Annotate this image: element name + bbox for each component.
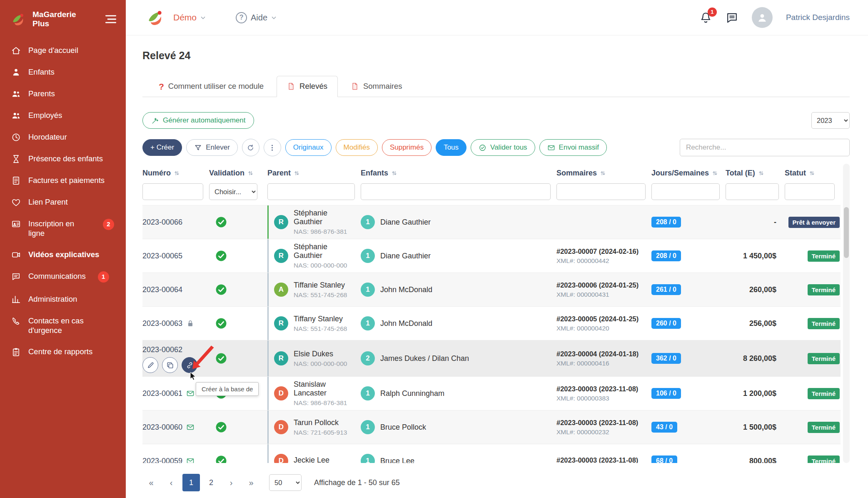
sidebar-item-parents[interactable]: Parents: [0, 83, 126, 105]
status-badge: Terminé: [808, 422, 840, 433]
year-select[interactable]: 2023: [811, 112, 850, 129]
releve-number: 2023-00060: [142, 423, 182, 432]
help-menu[interactable]: ? Aide: [236, 12, 277, 23]
column-header-num-ro[interactable]: Numéro: [142, 164, 209, 183]
table-row[interactable]: 2023-00063 R Tiffany Stanley NAS: 551-74…: [142, 307, 841, 340]
sidebar-item-inscription[interactable]: Inscription en ligne 2: [0, 213, 126, 244]
sidebar-item-enfants[interactable]: Enfants: [0, 61, 126, 83]
sommaire-xml: XML#: 000000431: [556, 291, 648, 298]
sidebar-item-rapports[interactable]: Centre de rapports: [0, 341, 126, 363]
sidebar-item-contacts-urgence[interactable]: Contacts en cas d'urgence: [0, 310, 126, 341]
hourglass-icon: [11, 154, 21, 164]
parent-nas: NAS: 986-876-381: [294, 399, 357, 407]
user-name[interactable]: Patrick Desjardins: [786, 13, 850, 22]
column-header-enfants[interactable]: Enfants: [361, 164, 556, 183]
filter-enfants-input[interactable]: [361, 183, 551, 200]
parent-name: Tiffanie Stanley: [294, 281, 347, 290]
sidebar-item-factures[interactable]: Factures et paiements: [0, 170, 126, 191]
sidebar-item-employes[interactable]: Employés: [0, 105, 126, 126]
table-row[interactable]: 2023-00064 A Tiffanie Stanley NAS: 551-7…: [142, 273, 841, 307]
sidebar-item-presence-enfants[interactable]: Présence des enfants: [0, 148, 126, 170]
scrollbar-thumb[interactable]: [844, 207, 849, 258]
column-header-jours-semaines[interactable]: Jours/Semaines: [651, 164, 726, 183]
parent-name: Stéphanie Gauthier: [294, 209, 357, 226]
avatar[interactable]: [752, 7, 773, 28]
search-input[interactable]: [680, 139, 850, 156]
next-page-button[interactable]: ›: [222, 474, 240, 491]
parent-nas: NAS: 721-605-913: [294, 429, 347, 436]
create-button[interactable]: + Créer: [142, 139, 182, 156]
edit-button[interactable]: [142, 357, 158, 373]
generate-button[interactable]: Générer automatiquement: [142, 112, 254, 129]
mass-send-button[interactable]: Envoi massif: [539, 139, 607, 156]
sommaire-ref: #2023-00003 (2023-11-08): [556, 456, 648, 463]
last-page-button[interactable]: »: [242, 474, 260, 491]
sidebar-item-communications[interactable]: Communications 1: [0, 265, 126, 288]
page-button-2[interactable]: 2: [202, 474, 220, 491]
more-options-button[interactable]: [264, 139, 281, 156]
filter-total-input[interactable]: [726, 183, 779, 200]
messages-button[interactable]: [726, 11, 738, 24]
sommaire-ref: #2023-00003 (2023-11-08): [556, 385, 648, 393]
jours-badge: 260 / 0: [651, 318, 681, 329]
app-logo-icon: [144, 6, 167, 29]
filter-jours-input[interactable]: [651, 183, 720, 200]
sidebar-item-horodateur[interactable]: Horodateur: [0, 126, 126, 148]
filter-validation-select[interactable]: Choisir...: [209, 183, 257, 200]
table-scrollbar[interactable]: [843, 164, 850, 463]
refresh-button[interactable]: [242, 139, 259, 156]
column-header-validation[interactable]: Validation: [209, 164, 267, 183]
filter-sommaires-input[interactable]: [556, 183, 646, 200]
filter-tous-button[interactable]: Tous: [436, 139, 466, 156]
sommaire-ref: #2023-00006 (2024-01-25): [556, 281, 648, 289]
sidebar-item-lien-parent[interactable]: Lien Parent: [0, 191, 126, 213]
table-row[interactable]: 2023-00066 R Stéphanie Gauthier NAS: 986…: [142, 205, 841, 239]
filter-numero-input[interactable]: [142, 183, 203, 200]
filter-statut-input[interactable]: [785, 183, 835, 200]
table-row[interactable]: 2023-00060 D Tarun Pollock NAS: 721-605-…: [142, 410, 841, 444]
first-page-button[interactable]: «: [142, 474, 160, 491]
children-count-avatar: 1: [361, 386, 375, 400]
column-header-total-e[interactable]: Total (E): [726, 164, 785, 183]
sidebar-item-accueil[interactable]: Page d'accueil: [0, 40, 126, 61]
clock-icon: [11, 133, 21, 142]
validated-check-icon: [215, 250, 264, 262]
notifications-button[interactable]: 1: [699, 11, 712, 24]
tab-releves[interactable]: Relevés: [277, 76, 338, 97]
table-row[interactable]: 2023-00059 D Jeckie Lee 1 Bruce Lee #202…: [142, 444, 841, 463]
menu-toggle-icon[interactable]: [103, 13, 118, 26]
column-header-sommaires[interactable]: Sommaires: [556, 164, 651, 183]
table-row[interactable]: 2023-00065 R Stéphanie Gauthier NAS: 000…: [142, 239, 841, 273]
validated-check-icon: [215, 317, 264, 330]
column-header-statut[interactable]: Statut: [785, 164, 841, 183]
column-header-parent[interactable]: Parent: [267, 164, 361, 183]
releve-number: 2023-00062: [142, 345, 182, 354]
prev-page-button[interactable]: ‹: [162, 474, 180, 491]
invoice-icon: [11, 176, 21, 185]
page-size-select[interactable]: 50: [269, 474, 302, 491]
children-count-avatar: 1: [361, 249, 375, 263]
remove-button[interactable]: Enlever: [186, 139, 238, 156]
validate-all-button[interactable]: Valider tous: [471, 139, 535, 156]
tab-sommaires[interactable]: Sommaires: [340, 76, 413, 97]
row-actions: [142, 357, 206, 373]
brand: MaGarderie Plus: [0, 0, 126, 40]
org-switcher[interactable]: Démo: [173, 13, 206, 23]
filter-modifies-button[interactable]: Modifiés: [336, 139, 378, 156]
table-row[interactable]: 2023-00062 Créer à la base de R Elsie Du…: [142, 340, 841, 377]
page-button-1[interactable]: 1: [182, 474, 200, 491]
filter-supprimes-button[interactable]: Supprimés: [382, 139, 432, 156]
jours-badge: 261 / 0: [651, 284, 681, 295]
parent-avatar: R: [274, 351, 288, 365]
sort-icon: [809, 170, 815, 176]
sidebar-item-administration[interactable]: Administration: [0, 288, 126, 310]
jours-badge: 208 / 0: [651, 217, 681, 228]
sidebar-item-videos[interactable]: Vidéos explicatives: [0, 244, 126, 265]
link-button[interactable]: [182, 357, 197, 373]
copy-button[interactable]: [162, 357, 178, 373]
filter-originaux-button[interactable]: Originaux: [285, 139, 332, 156]
tab-aide-module[interactable]: ? Comment utiliser ce module: [148, 76, 274, 97]
document-icon: [287, 82, 295, 90]
filter-parent-input[interactable]: [267, 183, 355, 200]
sort-icon: [294, 170, 300, 176]
